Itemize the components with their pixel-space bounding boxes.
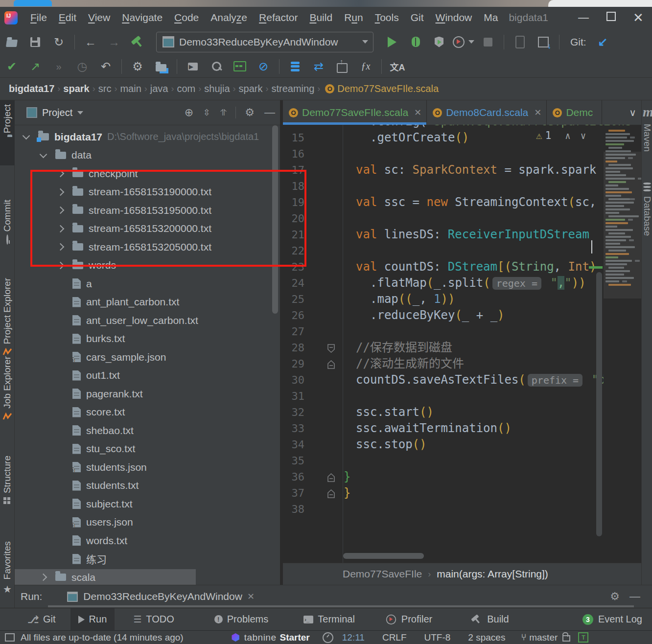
build-button[interactable]: [128, 33, 147, 51]
hide-panel-button[interactable]: —: [629, 590, 640, 603]
expression-button[interactable]: ƒx: [356, 57, 375, 76]
device-manager-button[interactable]: [510, 33, 530, 51]
gear-icon[interactable]: ⚙: [245, 106, 255, 119]
sidebar-item-project-explorer[interactable]: Project Explorer: [0, 274, 15, 349]
chevron-right-icon[interactable]: [57, 225, 65, 232]
git-update-button[interactable]: ↙: [593, 33, 613, 51]
menu-run[interactable]: Run: [344, 12, 363, 23]
maximize-button[interactable]: [597, 8, 625, 27]
run-button[interactable]: [382, 33, 402, 51]
close-icon[interactable]: ✕: [247, 591, 255, 602]
profiler-button[interactable]: [453, 33, 474, 51]
chevron-right-icon[interactable]: [57, 188, 65, 196]
chevron-right-icon[interactable]: [57, 243, 65, 251]
project-structure-button[interactable]: [151, 57, 171, 76]
run-tab-scrollbar[interactable]: [48, 605, 634, 607]
menu-analyze[interactable]: Analyze: [210, 12, 247, 23]
database-tool-button[interactable]: [285, 57, 305, 76]
toolwindow-button-todo[interactable]: ☰TODO: [125, 608, 182, 631]
code-area[interactable]: .config("spark.sql.shuffle.partitions"15…: [283, 125, 641, 563]
tab-demo77savefile-scala[interactable]: ODemo77SaveFIle.scala✕: [283, 100, 427, 125]
vcs-status-message[interactable]: All files are up-to-date (14 minutes ago…: [21, 632, 184, 643]
breadcrumb-file[interactable]: Demo77SaveFIle.scala: [337, 83, 439, 94]
breadcrumb-item[interactable]: com: [177, 83, 195, 94]
sidebar-item-favorites[interactable]: Favorites★: [0, 537, 15, 607]
toolwindow-button-problems[interactable]: !Problems: [207, 608, 276, 631]
breadcrumb-item[interactable]: bigdata17: [9, 83, 54, 94]
chevron-down-icon[interactable]: [77, 111, 83, 115]
upload-button[interactable]: [332, 57, 352, 76]
tabnine-status-icon[interactable]: [323, 632, 333, 643]
minimap[interactable]: [604, 127, 641, 420]
menu-build[interactable]: Build: [309, 12, 332, 23]
chevron-down-icon[interactable]: [40, 150, 47, 158]
breadcrumb-item[interactable]: src: [98, 83, 112, 94]
toolwindow-button-terminal[interactable]: ›_Terminal: [296, 608, 363, 631]
coverage-button[interactable]: [429, 33, 449, 51]
push-button[interactable]: ↗: [25, 57, 45, 76]
inspection-widget[interactable]: ⚠ 1 ∧ ∨: [536, 130, 591, 141]
tree-row-burks-txt[interactable]: burks.txt: [15, 330, 280, 348]
tree-row-words[interactable]: words: [15, 256, 280, 275]
tree-row-score-txt[interactable]: score.txt: [15, 403, 280, 421]
open-button[interactable]: [2, 33, 22, 51]
encoding-indicator[interactable]: UTF-8: [424, 632, 451, 643]
history-button[interactable]: ◷: [72, 57, 92, 76]
sidebar-item-structure[interactable]: Structure: [0, 452, 15, 529]
hide-panel-button[interactable]: —: [264, 106, 275, 119]
tab-database[interactable]: Database: [642, 196, 652, 236]
sync-project-button[interactable]: [534, 33, 553, 51]
editor-horizontal-scrollbar[interactable]: [343, 553, 424, 559]
menu-code[interactable]: Code: [174, 12, 199, 23]
tree-row-stream-1658153200000-txt[interactable]: stream-1658153200000.txt: [15, 220, 280, 238]
gear-icon[interactable]: ⚙: [610, 590, 620, 603]
tree-row-cars-sample-json[interactable]: cars_sample.json: [15, 348, 280, 366]
breadcrumb-item[interactable]: java: [150, 83, 168, 94]
rollback-button[interactable]: ↶: [96, 57, 116, 76]
menu-window[interactable]: Window: [436, 12, 472, 23]
run-configuration-select[interactable]: Demo33ReduceByKeyAndWindow: [156, 32, 373, 52]
search-everywhere-button[interactable]: [207, 57, 226, 76]
tree-row-shebao-txt[interactable]: shebao.txt: [15, 421, 280, 439]
tree-row-users-json[interactable]: users.json: [15, 513, 280, 531]
debug-button[interactable]: [406, 33, 425, 51]
breadcrumb-item[interactable]: shujia: [204, 83, 230, 94]
tabnine-tray-icon[interactable]: T: [578, 632, 588, 643]
next-warning-button[interactable]: ∨: [581, 130, 586, 141]
close-button[interactable]: ✕: [625, 8, 652, 27]
forward-button[interactable]: →: [104, 33, 124, 51]
minimize-button[interactable]: —: [570, 8, 597, 27]
sidebar-item-commit[interactable]: Commit: [0, 196, 15, 261]
run-tab[interactable]: Demo33ReduceByKeyAndWindow ✕: [67, 591, 255, 602]
menu-view[interactable]: View: [88, 12, 110, 23]
fold-marker-icon[interactable]: [327, 472, 335, 482]
tree-row-pagerank-txt[interactable]: pagerank.txt: [15, 385, 280, 403]
tabnine-widget[interactable]: tabnine Starter: [232, 632, 310, 643]
tree-row-subject-txt[interactable]: subject.txt: [15, 495, 280, 513]
save-all-button[interactable]: [25, 33, 45, 51]
toolwindow-button-build[interactable]: Build: [462, 608, 516, 631]
menu-edit[interactable]: Edit: [59, 12, 76, 23]
event-log-button[interactable]: 3 Event Log: [582, 614, 642, 625]
tab-maven[interactable]: Maven: [642, 124, 652, 152]
hidden-tabs-dropdown[interactable]: ∨: [624, 100, 641, 125]
monitor-button[interactable]: [230, 57, 250, 76]
toolwindow-button-git[interactable]: ⎇Git: [20, 608, 64, 631]
close-icon[interactable]: ✕: [414, 107, 421, 118]
lock-icon[interactable]: [562, 635, 570, 642]
tree-row-out1-txt[interactable]: out1.txt: [15, 367, 280, 385]
project-tree-scrollbar[interactable]: [272, 125, 278, 314]
breadcrumb-item[interactable]: main: [120, 83, 141, 94]
commit-check-button[interactable]: ✔: [2, 57, 22, 76]
tree-row-bigdata17[interactable]: bigdata17D:\Softwore_java\projects\bigda…: [15, 128, 280, 146]
tab-demc[interactable]: ODemc: [547, 100, 602, 125]
chevron-down-icon[interactable]: [23, 132, 30, 140]
indent-indicator[interactable]: 2 spaces: [468, 632, 505, 643]
tree-row-students-txt[interactable]: students.txt: [15, 477, 280, 495]
breadcrumb-member[interactable]: main(args: Array[String]): [437, 568, 548, 580]
tree-row--[interactable]: 练习: [15, 550, 280, 568]
menu-refactor[interactable]: Refactor: [259, 12, 298, 23]
sidebar-item-project[interactable]: Project: [0, 100, 15, 165]
menu-navigate[interactable]: Navigate: [122, 12, 163, 23]
menu-file[interactable]: File: [30, 12, 47, 23]
